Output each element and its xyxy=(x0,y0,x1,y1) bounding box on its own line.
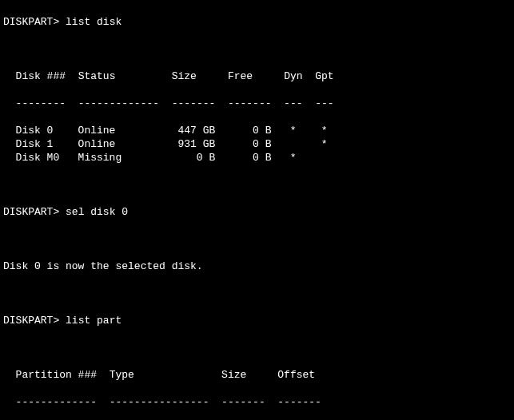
terminal-output: DISKPART> list disk Disk ### Status Size… xyxy=(0,0,514,420)
table-row: Disk 1 Online 931 GB 0 B * xyxy=(3,137,511,151)
selected-disk-message: Disk 0 is now the selected disk. xyxy=(3,260,511,273)
command-sel-disk: sel disk 0 xyxy=(66,206,128,218)
part-header: Partition ### Type Size Offset xyxy=(3,368,511,382)
table-row: Disk M0 Missing 0 B 0 B * xyxy=(3,151,511,164)
part-sep: ------------- ---------------- ------- -… xyxy=(3,395,511,409)
command-list-disk: list disk xyxy=(66,16,122,28)
prompt: DISKPART> xyxy=(3,16,59,28)
prompt: DISKPART> xyxy=(3,206,59,218)
disk-header: Disk ### Status Size Free Dyn Gpt xyxy=(3,69,511,83)
disk-sep: -------- ------------- ------- ------- -… xyxy=(3,97,511,110)
command-list-part: list part xyxy=(66,315,122,327)
table-row: Disk 0 Online 447 GB 0 B * * xyxy=(3,124,511,137)
prompt: DISKPART> xyxy=(3,315,59,327)
